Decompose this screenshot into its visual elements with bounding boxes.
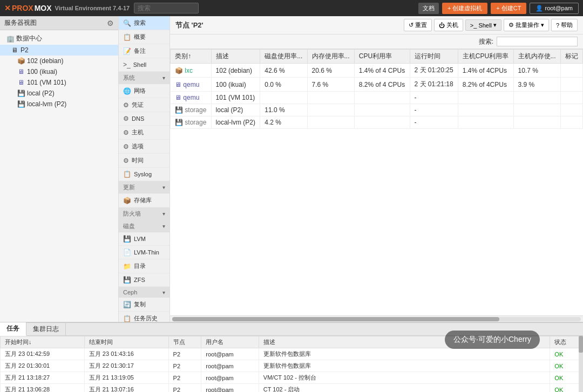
menu-item-lvm-thin[interactable]: 📄 LVM-Thin bbox=[119, 246, 170, 259]
sidebar-item-p2[interactable]: 🖥 P2 bbox=[0, 45, 118, 56]
menu-item-repos[interactable]: 📦 存储库 bbox=[119, 194, 170, 208]
log-col-desc[interactable]: 描述 bbox=[259, 336, 550, 348]
cell-host-cpu: 1.4% of 4CPUs bbox=[458, 64, 513, 78]
shutdown-button[interactable]: ⏻ 关机 bbox=[434, 19, 463, 31]
col-name[interactable]: 描述 bbox=[211, 50, 260, 64]
log-row[interactable]: 五月 23 01:42:59 五月 23 01:43:16 P2 root@pa… bbox=[1, 348, 583, 360]
bulk-ops-icon: ⚙ bbox=[509, 22, 514, 29]
reload-button[interactable]: ↺ 重置 bbox=[404, 19, 432, 31]
log-cell-end: 五月 21 13:07:16 bbox=[84, 384, 168, 393]
main-search-input[interactable] bbox=[497, 37, 578, 46]
menu-item-dns[interactable]: ⚙ DNS bbox=[119, 112, 170, 126]
menu-section-ceph[interactable]: Ceph ▾ bbox=[119, 287, 170, 298]
bottom-scrollbar[interactable] bbox=[579, 336, 583, 392]
table-row[interactable]: 💾 storage local-lvm (P2) 4.2 % - bbox=[171, 116, 583, 129]
log-cell-status: OK bbox=[550, 384, 583, 393]
menu-zfs-label: ZFS bbox=[134, 277, 145, 283]
log-col-status[interactable]: 状态 bbox=[550, 336, 583, 348]
topbar-search-input[interactable] bbox=[134, 3, 199, 13]
sidebar-item-local-lvm[interactable]: 💾 local-lvm (P2) bbox=[0, 99, 118, 109]
menu-item-shell[interactable]: >_ Shell bbox=[119, 58, 170, 72]
sidebar-item-local[interactable]: 💾 local (P2) bbox=[0, 88, 118, 99]
help-button[interactable]: ? 帮助 bbox=[551, 19, 578, 31]
menu-item-summary[interactable]: 📋 概要 bbox=[119, 30, 170, 44]
tab-tasks[interactable]: 任务 bbox=[0, 322, 26, 336]
menu-network-label: 网络 bbox=[134, 87, 146, 95]
shell-button[interactable]: >_ Shell ▾ bbox=[465, 19, 501, 31]
reload-icon: ↺ bbox=[409, 22, 413, 29]
col-cpu[interactable]: CPU利用率 bbox=[354, 50, 410, 64]
menu-item-time[interactable]: ⚙ 时间 bbox=[119, 154, 170, 168]
bulk-ops-button[interactable]: ⚙ 批量操作 ▾ bbox=[504, 19, 549, 31]
log-row[interactable]: 五月 22 01:30:01 五月 22 01:30:17 P2 root@pa… bbox=[1, 360, 583, 372]
col-disk[interactable]: 磁盘使用率... bbox=[260, 50, 307, 64]
menu-section-disks[interactable]: 磁盘 ▾ bbox=[119, 220, 170, 232]
col-tag[interactable]: 标记 bbox=[560, 50, 582, 64]
menu-item-directory[interactable]: 📁 目录 bbox=[119, 259, 170, 273]
create-ct-button[interactable]: + 创建CT bbox=[491, 3, 526, 14]
datacenter-icon: 🏢 bbox=[6, 35, 14, 43]
cell-host-mem bbox=[513, 104, 560, 116]
storage-local-icon: 💾 bbox=[17, 90, 25, 97]
menu-item-zfs[interactable]: 💾 ZFS bbox=[119, 273, 170, 287]
log-col-node[interactable]: 节点 bbox=[168, 336, 201, 348]
table-row[interactable]: 📦 lxc 102 (debian) 42.6 % 20.6 % 1.4% of… bbox=[171, 64, 583, 78]
h-scrollbar-track bbox=[172, 317, 581, 321]
directory-icon: 📁 bbox=[123, 263, 131, 270]
user-icon: 👤 bbox=[535, 5, 543, 12]
sidebar-gear-icon[interactable]: ⚙ bbox=[107, 19, 114, 27]
topbar-right: 文档 + 创建虚拟机 + 创建CT 👤 root@pam bbox=[418, 3, 579, 14]
create-vm-button[interactable]: + 创建虚拟机 bbox=[442, 3, 487, 14]
col-host-mem[interactable]: 主机内存使... bbox=[513, 50, 560, 64]
log-cell-node: P2 bbox=[168, 384, 201, 393]
log-col-start[interactable]: 开始时间↓ bbox=[1, 336, 85, 348]
menu-item-notes[interactable]: 📝 备注 bbox=[119, 44, 170, 58]
col-type[interactable]: 类别↑ bbox=[171, 50, 212, 64]
col-mem[interactable]: 内存使用率... bbox=[307, 50, 354, 64]
network-icon: 🌐 bbox=[123, 87, 131, 95]
sidebar-item-100[interactable]: 🖥 100 (ikuai) bbox=[0, 66, 118, 77]
col-host-cpu[interactable]: 主机CPU利用率 bbox=[458, 50, 513, 64]
zfs-icon: 💾 bbox=[123, 276, 131, 284]
options-icon: ⚙ bbox=[123, 143, 129, 150]
menu-item-replication[interactable]: 🔄 复制 bbox=[119, 298, 170, 312]
table-row[interactable]: 💾 storage local (P2) 11.0 % - bbox=[171, 104, 583, 116]
logo-mox: MOX bbox=[35, 4, 52, 12]
log-cell-user: root@pam bbox=[201, 360, 259, 372]
log-col-end[interactable]: 结束时间 bbox=[84, 336, 168, 348]
menu-item-network[interactable]: 🌐 网络 bbox=[119, 84, 170, 98]
menu-section-firewall[interactable]: 防火墙 ▾ bbox=[119, 208, 170, 220]
repos-icon: 📦 bbox=[123, 197, 131, 204]
menu-item-task-history[interactable]: 📋 任务历史 bbox=[119, 312, 170, 322]
log-row[interactable]: 五月 21 13:06:28 五月 21 13:07:16 P2 root@pa… bbox=[1, 384, 583, 393]
cell-host-mem: 3.9 % bbox=[513, 78, 560, 92]
col-uptime[interactable]: 运行时间 bbox=[410, 50, 458, 64]
cell-cpu bbox=[354, 92, 410, 104]
sidebar-item-102[interactable]: 📦 102 (debian) bbox=[0, 56, 118, 66]
log-cell-end: 五月 21 13:19:05 bbox=[84, 372, 168, 384]
cell-mem: 20.6 % bbox=[307, 64, 354, 78]
menu-item-syslog[interactable]: 📋 Syslog bbox=[119, 168, 170, 181]
table-row[interactable]: 🖥 qemu 100 (ikuai) 0.0 % 7.6 % 8.2% of 4… bbox=[171, 78, 583, 92]
log-col-user[interactable]: 用户名 bbox=[201, 336, 259, 348]
tab-cluster-log[interactable]: 集群日志 bbox=[26, 323, 66, 335]
menu-item-options[interactable]: ⚙ 选项 bbox=[119, 140, 170, 154]
menu-item-search[interactable]: 🔍 搜索 bbox=[119, 16, 170, 30]
menu-section-system[interactable]: 系统 ▾ bbox=[119, 72, 170, 84]
menu-section-updates[interactable]: 更新 ▾ bbox=[119, 181, 170, 194]
log-row[interactable]: 五月 21 13:18:27 五月 21 13:19:05 P2 root@pa… bbox=[1, 372, 583, 384]
user-menu-button[interactable]: 👤 root@pam bbox=[530, 3, 579, 14]
horizontal-scrollbar[interactable] bbox=[170, 315, 583, 322]
sidebar-item-datacenter[interactable]: 🏢 数据中心 bbox=[0, 32, 118, 45]
menu-summary-label: 概要 bbox=[134, 33, 146, 41]
menu-item-certs[interactable]: ⚙ 凭证 bbox=[119, 98, 170, 112]
doc-button[interactable]: 文档 bbox=[418, 3, 439, 14]
log-cell-user: root@pam bbox=[201, 384, 259, 393]
log-cell-user: root@pam bbox=[201, 372, 259, 384]
menu-item-lvm[interactable]: 💾 LVM bbox=[119, 232, 170, 246]
table-row[interactable]: 🖥 qemu 101 (VM 101) - bbox=[171, 92, 583, 104]
sidebar-item-101[interactable]: 🖥 101 (VM 101) bbox=[0, 77, 118, 88]
p2-icon: 🖥 bbox=[11, 46, 18, 54]
menu-item-hosts[interactable]: ⚙ 主机 bbox=[119, 126, 170, 140]
main-table-body: 📦 lxc 102 (debian) 42.6 % 20.6 % 1.4% of… bbox=[171, 64, 583, 129]
